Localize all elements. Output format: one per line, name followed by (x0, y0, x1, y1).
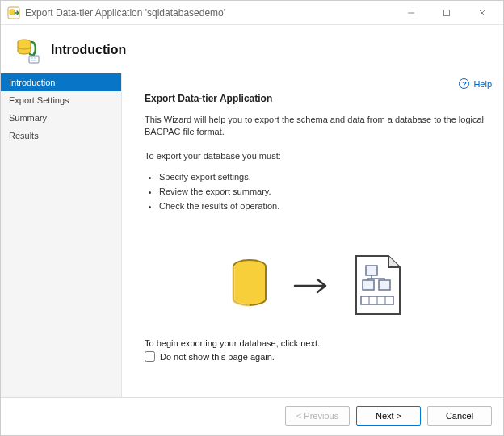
next-button[interactable]: Next > (356, 406, 421, 426)
svg-rect-9 (366, 266, 377, 275)
window-controls (393, 1, 500, 25)
svg-rect-11 (363, 280, 374, 290)
do-not-show-label: Do not show this page again. (160, 352, 275, 362)
sidebar-item-results[interactable]: Results (1, 127, 121, 145)
window-title: Export Data-tier Application 'sqldatabas… (25, 7, 393, 19)
page-header: Introduction (1, 25, 503, 73)
step-item: Specify export settings. (159, 172, 485, 182)
arrow-right-icon (293, 276, 332, 297)
step-item: Check the results of operation. (159, 201, 485, 211)
section-title: Export Data-tier Application (145, 93, 485, 104)
cancel-button[interactable]: Cancel (427, 406, 492, 426)
sidebar-item-label: Introduction (9, 78, 55, 87)
sidebar-item-export-settings[interactable]: Export Settings (1, 91, 121, 109)
app-icon (7, 6, 20, 19)
sidebar-item-label: Summary (9, 113, 47, 123)
wizard-sidebar: Introduction Export Settings Summary Res… (1, 73, 122, 397)
do-not-show-row[interactable]: Do not show this page again. (145, 351, 485, 362)
svg-rect-2 (444, 10, 450, 15)
step-item: Review the export summary. (159, 187, 485, 196)
svg-rect-6 (34, 57, 36, 59)
steps-list: Specify export settings. Review the expo… (159, 167, 485, 216)
illustration (227, 254, 403, 319)
begin-text: To begin exporting your database, click … (145, 338, 485, 348)
minimize-button[interactable] (393, 1, 429, 25)
help-icon: ? (459, 78, 469, 89)
sidebar-item-label: Results (9, 131, 39, 140)
wizard-button-bar: < Previous Next > Cancel (1, 397, 503, 435)
steps-lead: To export your database you must: (145, 150, 485, 162)
export-database-icon (14, 36, 41, 64)
bacpac-file-icon (353, 254, 403, 319)
previous-button[interactable]: < Previous (285, 406, 350, 426)
maximize-button[interactable] (429, 1, 464, 25)
intro-text: This Wizard will help you to export the … (145, 114, 485, 139)
svg-rect-4 (29, 56, 39, 63)
help-link[interactable]: ? Help (459, 78, 492, 89)
svg-rect-5 (31, 57, 33, 59)
database-icon (227, 258, 272, 316)
close-button[interactable] (464, 1, 500, 25)
svg-rect-7 (31, 60, 36, 61)
svg-rect-10 (379, 280, 390, 290)
sidebar-item-label: Export Settings (9, 95, 69, 105)
sidebar-item-introduction[interactable]: Introduction (1, 73, 121, 91)
help-label: Help (473, 79, 492, 89)
content-pane: ? Help Export Data-tier Application This… (122, 73, 503, 397)
title-bar: Export Data-tier Application 'sqldatabas… (1, 1, 503, 25)
page-title: Introduction (51, 43, 126, 57)
sidebar-item-summary[interactable]: Summary (1, 109, 121, 127)
do-not-show-checkbox[interactable] (145, 351, 155, 362)
